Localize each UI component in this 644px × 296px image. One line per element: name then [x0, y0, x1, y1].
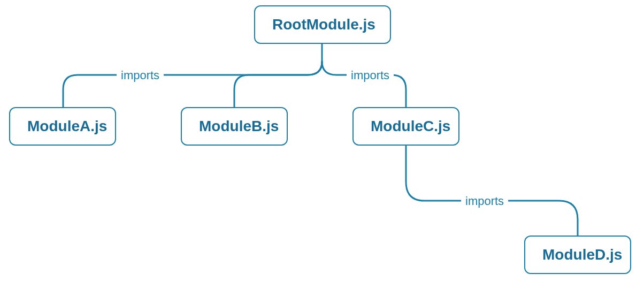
node-root-label: RootModule.js — [272, 16, 375, 33]
node-b-label: ModuleB.js — [199, 118, 279, 134]
node-module-b: ModuleB.js — [181, 107, 288, 146]
node-a-label: ModuleA.js — [27, 118, 107, 134]
node-module-a: ModuleA.js — [9, 107, 116, 146]
node-root-module: RootModule.js — [254, 5, 391, 44]
edge-root-b — [234, 62, 322, 107]
node-module-d: ModuleD.js — [524, 236, 631, 274]
edge-label-imports-left: imports — [117, 67, 164, 84]
node-d-label: ModuleD.js — [542, 246, 622, 263]
edge-root-a — [63, 62, 322, 107]
edge-label-imports-right: imports — [347, 67, 394, 84]
node-c-label: ModuleC.js — [371, 118, 450, 134]
edge-c-d — [406, 146, 578, 236]
edge-label-imports-cd: imports — [461, 193, 508, 209]
node-module-c: ModuleC.js — [352, 107, 459, 146]
